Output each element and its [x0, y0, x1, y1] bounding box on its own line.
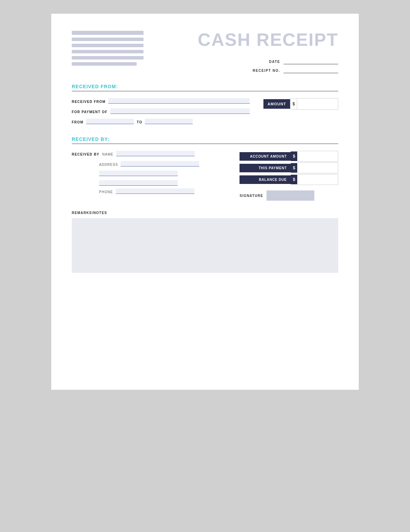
- amount-dollar-sign: $: [290, 98, 297, 109]
- summary-rows: ACCOUNT AMOUNT $ THIS PAYMENT $ BALANCE …: [240, 151, 338, 185]
- receipt-page: CASH RECEIPT DATE RECEIPT NO. RECEIVED F…: [51, 14, 359, 390]
- from-label: FROM: [72, 120, 83, 124]
- date-row: DATE: [269, 59, 338, 64]
- received-by-content: RECEIVED BY NAME ADDRESS PHONE: [72, 151, 338, 201]
- receipt-no-field[interactable]: [284, 68, 338, 73]
- receipt-no-row: RECEIPT NO.: [253, 68, 338, 73]
- received-by-left: RECEIVED BY NAME ADDRESS PHONE: [72, 151, 226, 194]
- receipt-no-label: RECEIPT NO.: [253, 69, 280, 72]
- from-input[interactable]: [86, 119, 134, 124]
- received-from-row: RECEIVED FROM: [72, 98, 250, 104]
- account-amount-value[interactable]: [297, 151, 338, 162]
- received-from-content: RECEIVED FROM FOR PAYMENT OF FROM TO AMO…: [72, 98, 338, 124]
- amount-label: AMOUNT: [263, 99, 290, 109]
- header: CASH RECEIPT DATE RECEIPT NO.: [72, 31, 338, 73]
- remarks-input[interactable]: [72, 218, 338, 273]
- signature-row: SIGNATURE: [240, 190, 338, 201]
- amount-area: AMOUNT $: [263, 98, 338, 110]
- address-input-2[interactable]: [99, 171, 178, 176]
- phone-input[interactable]: [116, 188, 194, 194]
- address-block: ADDRESS: [99, 161, 226, 186]
- phone-label: PHONE: [99, 190, 113, 194]
- address-label: ADDRESS: [99, 163, 118, 167]
- date-field[interactable]: [284, 59, 338, 64]
- received-from-input[interactable]: [108, 98, 250, 104]
- company-line-5: [72, 56, 144, 59]
- balance-due-row: BALANCE DUE $: [240, 174, 338, 185]
- received-by-title: RECEIVED BY:: [72, 136, 110, 142]
- this-payment-dollar: $: [291, 163, 297, 173]
- this-payment-label: THIS PAYMENT: [240, 164, 291, 172]
- this-payment-row: THIS PAYMENT $: [240, 162, 338, 173]
- page-title: CASH RECEIPT: [157, 31, 338, 49]
- address-row-3: [99, 180, 226, 186]
- address-input-3[interactable]: [99, 180, 178, 186]
- company-line-1: [72, 31, 144, 35]
- for-payment-label: FOR PAYMENT OF: [72, 110, 108, 114]
- received-by-divider: [72, 144, 338, 144]
- signature-field[interactable]: [266, 190, 314, 201]
- received-from-section-header: RECEIVED FROM:: [72, 83, 338, 91]
- to-input[interactable]: [145, 119, 193, 124]
- for-payment-input[interactable]: [110, 108, 250, 114]
- company-info: [72, 31, 144, 66]
- balance-due-label: BALANCE DUE: [240, 175, 291, 184]
- name-input[interactable]: [116, 151, 195, 156]
- address-input-1[interactable]: [121, 161, 199, 167]
- company-line-2: [72, 38, 144, 41]
- received-by-right: ACCOUNT AMOUNT $ THIS PAYMENT $ BALANCE …: [240, 151, 338, 201]
- account-amount-dollar: $: [291, 151, 297, 161]
- received-from-left: RECEIVED FROM FOR PAYMENT OF FROM TO: [72, 98, 250, 124]
- to-label: TO: [137, 120, 142, 124]
- title-area: CASH RECEIPT DATE RECEIPT NO.: [144, 31, 338, 73]
- address-row-1: ADDRESS: [99, 161, 226, 167]
- received-by-label: RECEIVED BY: [72, 152, 99, 156]
- company-line-4: [72, 50, 144, 53]
- remarks-label: REMARKS/NOTES: [72, 211, 338, 215]
- from-to-row: FROM TO: [72, 119, 250, 124]
- signature-label: SIGNATURE: [240, 194, 263, 198]
- company-line-3: [72, 44, 144, 47]
- balance-due-dollar: $: [291, 175, 297, 184]
- date-label: DATE: [269, 60, 280, 64]
- received-from-divider: [72, 91, 338, 91]
- received-from-label: RECEIVED FROM: [72, 100, 106, 104]
- account-amount-label: ACCOUNT AMOUNT: [240, 152, 291, 161]
- remarks-section: REMARKS/NOTES: [72, 211, 338, 273]
- phone-row: PHONE: [99, 188, 226, 194]
- this-payment-value[interactable]: [297, 162, 338, 173]
- account-amount-row: ACCOUNT AMOUNT $: [240, 151, 338, 162]
- balance-due-value[interactable]: [297, 174, 338, 185]
- for-payment-row: FOR PAYMENT OF: [72, 108, 250, 114]
- company-line-6: [72, 62, 137, 66]
- received-by-name-row: RECEIVED BY NAME: [72, 151, 226, 156]
- name-label: NAME: [102, 152, 113, 156]
- address-row-2: [99, 171, 226, 176]
- amount-value[interactable]: [297, 98, 338, 110]
- received-by-section-header: RECEIVED BY:: [72, 136, 338, 144]
- received-from-title: RECEIVED FROM:: [72, 84, 118, 89]
- meta-fields: DATE RECEIPT NO.: [157, 59, 338, 73]
